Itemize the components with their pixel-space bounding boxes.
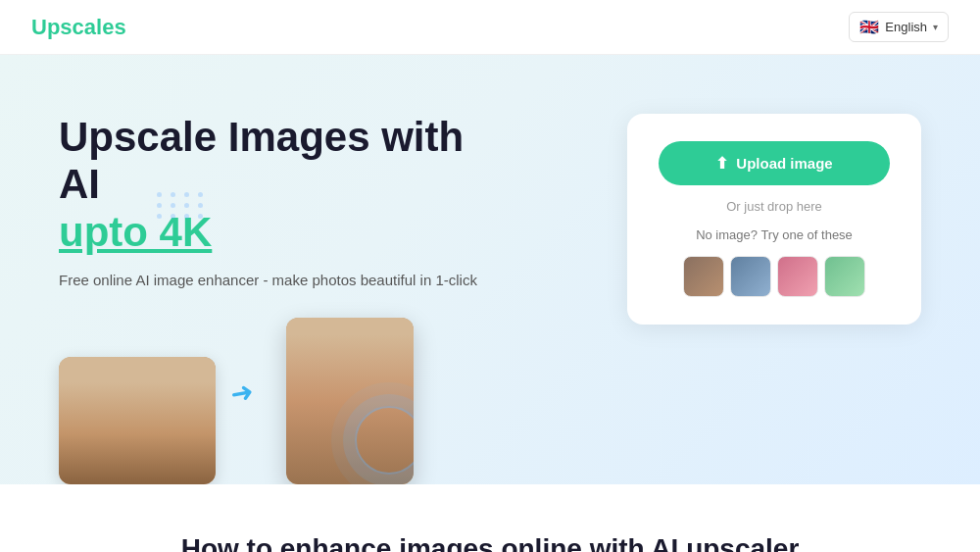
after-image bbox=[286, 318, 414, 484]
ripple-decoration bbox=[355, 406, 414, 475]
sample-image-4[interactable] bbox=[824, 256, 865, 297]
hero-subtitle: Free online AI image enhancer - make pho… bbox=[59, 272, 510, 288]
header: Upscales 🇬🇧 English ▾ bbox=[0, 0, 980, 55]
hero-title: Upscale Images with AI upto 4K bbox=[59, 114, 510, 256]
how-to-section: How to enhance images online with AI ups… bbox=[0, 484, 980, 552]
no-image-label: No image? Try one of these bbox=[696, 227, 853, 242]
sample-images-row bbox=[683, 256, 865, 297]
sample-image-3[interactable] bbox=[777, 256, 818, 297]
drop-hint-text: Or just drop here bbox=[726, 199, 822, 214]
hero-demo-images: ➜ 😍 ✦ ✦ bbox=[59, 318, 510, 484]
language-selector[interactable]: 🇬🇧 English ▾ bbox=[849, 12, 949, 42]
flag-icon: 🇬🇧 bbox=[859, 18, 879, 36]
sample-image-2[interactable] bbox=[730, 256, 771, 297]
upload-image-button[interactable]: ⬆ Upload image bbox=[659, 141, 890, 185]
hero-left-content: Upscale Images with AI upto 4K Free onli… bbox=[59, 104, 510, 484]
upload-card: ⬆ Upload image Or just drop here No imag… bbox=[627, 114, 921, 325]
arrow-icon: ➜ bbox=[227, 375, 255, 410]
logo: Upscales bbox=[31, 15, 126, 40]
title-line1: Upscale Images with AI bbox=[59, 114, 464, 207]
chevron-down-icon: ▾ bbox=[933, 22, 938, 32]
upload-button-label: Upload image bbox=[736, 155, 832, 172]
before-image bbox=[59, 357, 216, 484]
sample-image-1[interactable] bbox=[683, 256, 724, 297]
upload-icon: ⬆ bbox=[715, 154, 728, 173]
hero-section: Upscale Images with AI upto 4K Free onli… bbox=[0, 55, 980, 484]
language-label: English bbox=[885, 20, 927, 34]
how-to-title: How to enhance images online with AI ups… bbox=[59, 533, 921, 552]
dots-decoration bbox=[157, 192, 206, 219]
